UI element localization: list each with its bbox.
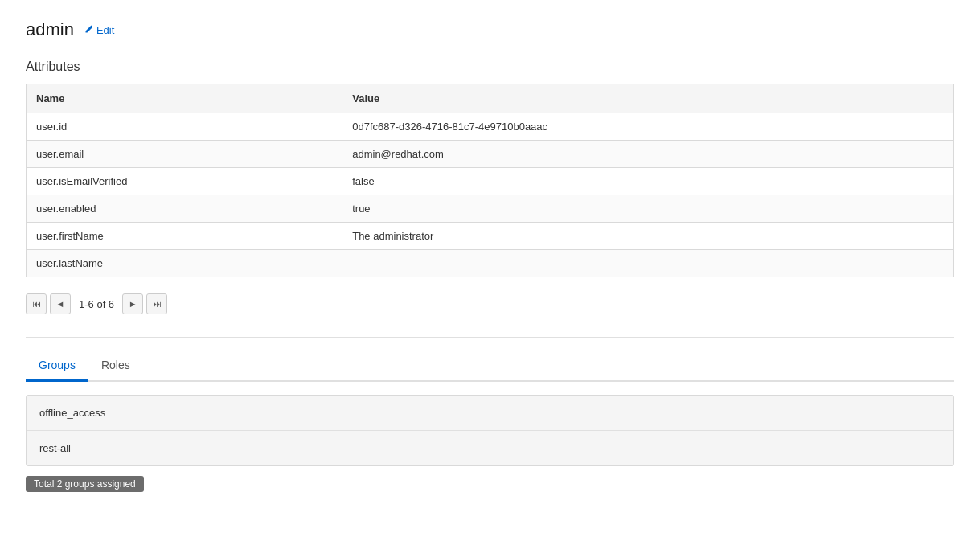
pagination-prev-btn[interactable]: ◄	[50, 293, 71, 314]
table-row: user.lastName	[27, 250, 954, 277]
col-value-header: Value	[342, 84, 954, 113]
attr-value: true	[342, 195, 954, 223]
page-container: admin Edit Attributes Name Value user.id…	[0, 0, 980, 511]
attr-name: user.enabled	[27, 195, 342, 223]
tab-roles[interactable]: Roles	[88, 351, 143, 382]
attr-name: user.isEmailVerified	[27, 168, 342, 195]
page-title: admin	[26, 19, 74, 40]
divider	[26, 337, 954, 338]
pagination-info: 1-6 of 6	[79, 298, 114, 310]
attr-value: The administrator	[342, 223, 954, 250]
table-row: user.firstNameThe administrator	[27, 223, 954, 250]
attributes-section-title: Attributes	[26, 59, 954, 74]
pagination-last-btn[interactable]: ⏭	[146, 293, 167, 314]
list-item: offline_access	[27, 396, 953, 431]
edit-button[interactable]: Edit	[84, 24, 114, 36]
table-row: user.isEmailVerifiedfalse	[27, 168, 954, 195]
total-groups-badge: Total 2 groups assigned	[26, 476, 144, 492]
attr-name: user.id	[27, 113, 342, 141]
page-header: admin Edit	[26, 19, 954, 40]
attr-value: 0d7fc687-d326-4716-81c7-4e9710b0aaac	[342, 113, 954, 141]
table-row: user.enabledtrue	[27, 195, 954, 223]
attr-value	[342, 250, 954, 277]
pagination-first-btn[interactable]: ⏮	[26, 293, 47, 314]
attr-name: user.firstName	[27, 223, 342, 250]
tabs-container: GroupsRoles	[26, 351, 954, 382]
attr-value: false	[342, 168, 954, 195]
groups-list: offline_accessrest-all	[26, 395, 954, 466]
pencil-icon	[84, 25, 93, 35]
edit-label: Edit	[96, 24, 114, 36]
pagination: ⏮ ◄ 1-6 of 6 ► ⏭	[26, 290, 954, 318]
table-row: user.id0d7fc687-d326-4716-81c7-4e9710b0a…	[27, 113, 954, 141]
tabs-list: GroupsRoles	[26, 351, 954, 382]
attributes-table: Name Value user.id0d7fc687-d326-4716-81c…	[26, 84, 954, 277]
attributes-section: Attributes Name Value user.id0d7fc687-d3…	[26, 59, 954, 318]
tab-groups[interactable]: Groups	[26, 351, 88, 382]
attr-name: user.lastName	[27, 250, 342, 277]
pagination-next-btn[interactable]: ►	[122, 293, 143, 314]
attr-value: admin@redhat.com	[342, 141, 954, 168]
attr-name: user.email	[27, 141, 342, 168]
list-item: rest-all	[27, 431, 953, 465]
table-row: user.emailadmin@redhat.com	[27, 141, 954, 168]
col-name-header: Name	[27, 84, 342, 113]
